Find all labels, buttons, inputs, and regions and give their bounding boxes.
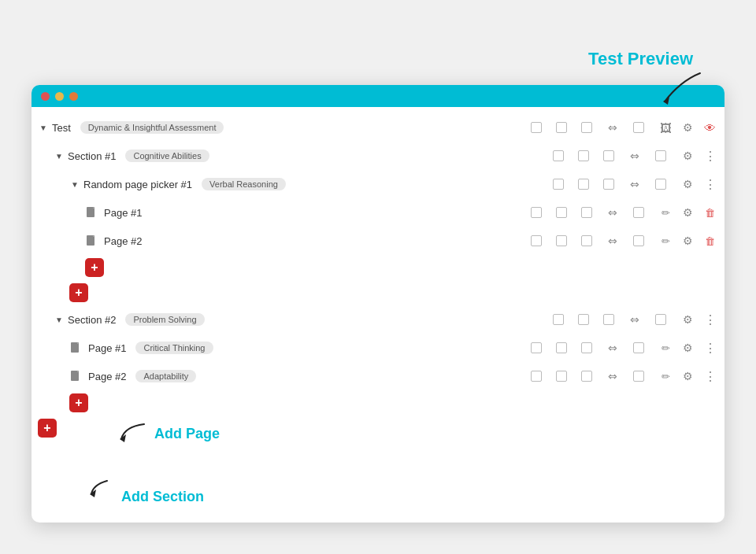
section2-page1-edit-btn[interactable]: ✏ (657, 339, 674, 356)
section1-gear-btn[interactable]: ⚙ (679, 147, 696, 164)
pp1-check4[interactable] (633, 207, 644, 218)
s1-check3[interactable] (603, 150, 614, 161)
pp1-check2[interactable] (556, 207, 567, 218)
pp2-check2[interactable] (556, 235, 567, 246)
plus-icon-section1: + (75, 286, 82, 300)
picker1-gear-btn[interactable]: ⚙ (679, 175, 696, 193)
s2p2-check3[interactable] (581, 371, 592, 382)
picker1-page1-row: Page #1 ⇔ ✏ ⚙ 🗑 (32, 198, 724, 227)
check1[interactable] (531, 122, 542, 133)
section2-page2-gear-btn[interactable]: ⚙ (679, 367, 696, 385)
s2p1-check1[interactable] (531, 342, 542, 353)
section2-chevron[interactable]: ▼ (54, 314, 65, 325)
section2-page1-dots-btn[interactable]: ⋮ (701, 339, 718, 356)
test-label: Test (52, 122, 71, 134)
s2p1-check4[interactable] (633, 342, 644, 353)
section2-page1-gear-btn[interactable]: ⚙ (679, 339, 696, 356)
titlebar-dot-yellow[interactable] (55, 92, 64, 101)
test-gear-btn[interactable]: ⚙ (679, 119, 696, 136)
s1-check2[interactable] (578, 150, 589, 161)
add-page-section2-btn[interactable]: + (69, 393, 88, 412)
s1-check4[interactable] (655, 150, 666, 161)
pp2-check3[interactable] (581, 235, 592, 246)
test-chevron[interactable]: ▼ (38, 122, 49, 133)
p1-swap: ⇔ (630, 178, 639, 190)
pp1-check1[interactable] (531, 207, 542, 218)
picker1-page1-actions: ✏ ⚙ 🗑 (657, 204, 718, 221)
section2-page2-badge: Adaptability (135, 370, 196, 382)
s2-check1[interactable] (553, 314, 564, 325)
picker1-label: Random page picker #1 (83, 179, 192, 190)
p1-check3[interactable] (603, 179, 614, 190)
s2-check2[interactable] (578, 314, 589, 325)
pp2-swap: ⇔ (608, 235, 617, 247)
section1-dots-icon: ⋮ (704, 149, 716, 164)
picker1-page1-trash-btn[interactable]: 🗑 (701, 204, 718, 221)
p1-check1[interactable] (553, 179, 564, 190)
pp2-check4[interactable] (633, 235, 644, 246)
tree-content: ▼ Test Dynamic & Insightful Assessment ⇔… (32, 107, 724, 523)
section2-gear-btn[interactable]: ⚙ (679, 311, 696, 328)
section2-gear-icon: ⚙ (683, 313, 693, 326)
section2-page2-edit-btn[interactable]: ✏ (657, 367, 674, 385)
s2p2-check4[interactable] (633, 371, 644, 382)
s2p2-check2[interactable] (556, 371, 567, 382)
section1-actions: ⚙ ⋮ (679, 147, 718, 164)
check2[interactable] (556, 122, 567, 133)
s2p1-check3[interactable] (581, 342, 592, 353)
add-section-btn[interactable]: + (38, 419, 57, 438)
p1-check2[interactable] (578, 179, 589, 190)
test-eye-btn[interactable]: 👁 (701, 119, 718, 136)
titlebar-dot-orange[interactable] (69, 92, 78, 101)
titlebar-dot-red[interactable] (41, 92, 50, 101)
add-page-in-picker-btn[interactable]: + (85, 258, 104, 277)
test-preview-label: Test Preview (588, 49, 693, 69)
test-row: ▼ Test Dynamic & Insightful Assessment ⇔… (32, 113, 724, 142)
plus-icon-section: + (43, 421, 50, 435)
section1-badge: Cognitive Abilities (125, 150, 209, 162)
picker1-gear-icon: ⚙ (683, 178, 693, 190)
check3[interactable] (581, 122, 592, 133)
s2-check3[interactable] (603, 314, 614, 325)
picker1-page2-label: Page #2 (104, 235, 142, 247)
section2-dots-icon: ⋮ (704, 312, 716, 327)
check4[interactable] (633, 122, 644, 133)
section2-row: ▼ Section #2 Problem Solving ⇔ ⚙ ⋮ (32, 305, 724, 334)
section2-page2-actions: ✏ ⚙ ⋮ (657, 367, 718, 385)
section1-dots-btn[interactable]: ⋮ (701, 147, 718, 164)
add-page-arrow (117, 420, 156, 444)
section2-page1-label: Page #1 (88, 342, 126, 354)
image-icon-btn[interactable]: 🖼 (657, 119, 674, 136)
picker1-row: ▼ Random page picker #1 Verbal Reasoning… (32, 170, 724, 198)
picker1-page1-edit-btn[interactable]: ✏ (657, 204, 674, 221)
picker1-page2-trash-btn[interactable]: 🗑 (701, 232, 718, 249)
pp2-check1[interactable] (531, 235, 542, 246)
section2-dots-btn[interactable]: ⋮ (701, 311, 718, 328)
s2-check4[interactable] (655, 314, 666, 325)
p1-check4[interactable] (655, 179, 666, 190)
plus-icon-section2-page: + (75, 396, 82, 410)
picker1-page2-row: Page #2 ⇔ ✏ ⚙ 🗑 (32, 227, 724, 255)
add-page-in-section1-btn[interactable]: + (69, 283, 88, 302)
section2-page1-actions: ✏ ⚙ ⋮ (657, 339, 718, 356)
picker1-chevron[interactable]: ▼ (69, 179, 80, 190)
s2p2-check1[interactable] (531, 371, 542, 382)
section2-page2-dots-btn[interactable]: ⋮ (701, 367, 718, 385)
svg-marker-0 (663, 97, 669, 105)
edit-icon-s2p2: ✏ (662, 371, 670, 382)
picker1-page1-gear-btn[interactable]: ⚙ (679, 204, 696, 221)
picker1-page2-edit-btn[interactable]: ✏ (657, 232, 674, 249)
add-section-arrow (85, 477, 117, 500)
s2p1-check2[interactable] (556, 342, 567, 353)
page-icon (85, 206, 98, 219)
picker1-page2-gear-btn[interactable]: ⚙ (679, 232, 696, 249)
picker1-dots-icon: ⋮ (704, 177, 716, 192)
picker1-dots-btn[interactable]: ⋮ (701, 175, 718, 193)
section1-checks: ⇔ (553, 150, 666, 162)
s2p2-checks: ⇔ (531, 370, 644, 382)
s1-check1[interactable] (553, 150, 564, 161)
section1-label: Section #1 (68, 150, 116, 162)
plus-icon-picker: + (91, 260, 98, 275)
pp1-check3[interactable] (581, 207, 592, 218)
section1-chevron[interactable]: ▼ (54, 150, 65, 161)
